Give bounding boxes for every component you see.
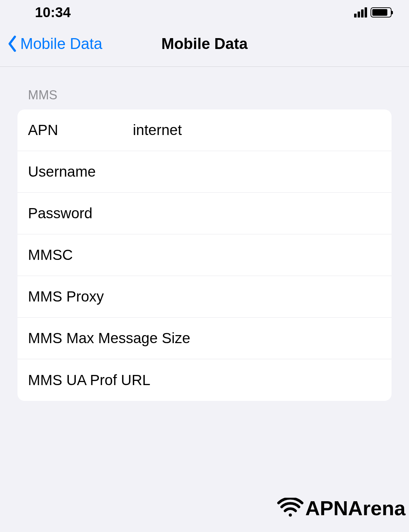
content-area: MMS APNArena APN Username Password MMSC	[0, 67, 409, 401]
cellular-signal-icon	[354, 7, 367, 17]
mmsc-input[interactable]	[133, 247, 381, 263]
username-label: Username	[28, 163, 133, 180]
mmsc-label: MMSC	[28, 247, 133, 263]
status-bar: 10:34	[0, 0, 409, 24]
setting-row-apn[interactable]: APN	[17, 109, 392, 151]
username-input[interactable]	[133, 163, 381, 180]
status-time: 10:34	[35, 5, 71, 20]
section-header-mms: MMS	[17, 67, 392, 109]
setting-row-mms-proxy[interactable]: MMS Proxy	[17, 276, 392, 318]
mms-ua-prof-label: MMS UA Prof URL	[28, 372, 196, 389]
setting-row-password[interactable]: Password	[17, 193, 392, 234]
password-input[interactable]	[133, 205, 381, 222]
watermark-bottom: APNArena	[277, 496, 406, 520]
back-label: Mobile Data	[20, 35, 102, 52]
mms-max-size-label: MMS Max Message Size	[28, 330, 196, 347]
status-indicators	[354, 7, 392, 17]
mms-proxy-label: MMS Proxy	[28, 288, 133, 305]
page-title: Mobile Data	[162, 35, 248, 52]
setting-row-mmsc[interactable]: MMSC	[17, 234, 392, 276]
navigation-bar: Mobile Data Mobile Data	[0, 24, 409, 67]
back-button[interactable]: Mobile Data	[7, 35, 102, 52]
mms-proxy-input[interactable]	[133, 288, 381, 305]
setting-row-mms-max-size[interactable]: MMS Max Message Size	[17, 318, 392, 359]
battery-icon	[371, 7, 392, 17]
wifi-icon	[277, 498, 303, 519]
chevron-back-icon	[7, 35, 17, 52]
password-label: Password	[28, 205, 133, 222]
apn-label: APN	[28, 122, 133, 139]
mms-ua-prof-input[interactable]	[196, 372, 381, 389]
setting-row-username[interactable]: Username	[17, 151, 392, 193]
apn-input[interactable]	[133, 122, 381, 139]
mms-settings-group: APN Username Password MMSC MMS Proxy MMS…	[17, 109, 392, 401]
mms-max-size-input[interactable]	[196, 330, 381, 347]
setting-row-mms-ua-prof[interactable]: MMS UA Prof URL	[17, 359, 392, 401]
